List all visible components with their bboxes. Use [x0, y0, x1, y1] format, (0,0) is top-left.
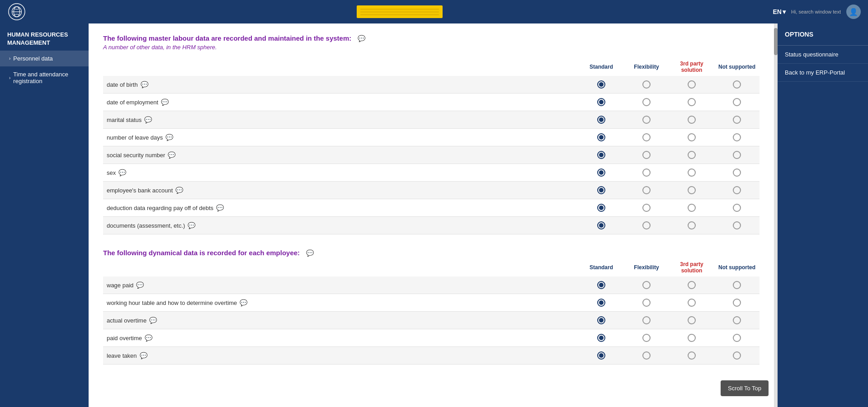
- radio-not_supported[interactable]: [733, 299, 741, 307]
- comment-icon[interactable]: 💬: [188, 222, 195, 229]
- radio-cell-not_supported[interactable]: [714, 164, 760, 182]
- radio-cell-not_supported[interactable]: [714, 129, 760, 146]
- radio-cell-flexibility[interactable]: [624, 111, 669, 129]
- comment-icon[interactable]: 💬: [168, 151, 175, 159]
- radio-cell-flexibility[interactable]: [624, 276, 669, 294]
- comment-icon[interactable]: 💬: [145, 334, 152, 342]
- language-selector[interactable]: EN ▾: [773, 8, 786, 15]
- radio-third_party[interactable]: [688, 334, 696, 342]
- radio-standard[interactable]: [597, 351, 605, 360]
- dynamic-title-comment-icon[interactable]: 💬: [306, 249, 314, 257]
- scroll-to-top-button[interactable]: Scroll To Top: [721, 380, 769, 396]
- comment-icon[interactable]: 💬: [140, 352, 147, 359]
- comment-icon[interactable]: 💬: [161, 98, 169, 106]
- radio-cell-third_party[interactable]: [669, 94, 714, 111]
- radio-cell-flexibility[interactable]: [624, 329, 669, 347]
- radio-cell-standard[interactable]: [579, 312, 624, 329]
- radio-cell-not_supported[interactable]: [714, 111, 760, 129]
- radio-standard[interactable]: [597, 116, 605, 124]
- radio-flexibility[interactable]: [642, 316, 651, 324]
- radio-not_supported[interactable]: [733, 133, 741, 141]
- radio-cell-third_party[interactable]: [669, 329, 714, 347]
- option-back-to-portal[interactable]: Back to my ERP-Portal: [778, 64, 868, 82]
- radio-cell-third_party[interactable]: [669, 129, 714, 146]
- radio-cell-flexibility[interactable]: [624, 217, 669, 234]
- radio-cell-standard[interactable]: [579, 199, 624, 217]
- radio-cell-standard[interactable]: [579, 111, 624, 129]
- radio-cell-flexibility[interactable]: [624, 294, 669, 312]
- radio-third_party[interactable]: [688, 316, 696, 324]
- radio-cell-not_supported[interactable]: [714, 146, 760, 164]
- radio-standard[interactable]: [597, 151, 605, 159]
- radio-cell-flexibility[interactable]: [624, 312, 669, 329]
- radio-third_party[interactable]: [688, 299, 696, 307]
- radio-not_supported[interactable]: [733, 351, 741, 360]
- user-avatar[interactable]: 👤: [846, 5, 861, 19]
- radio-cell-standard[interactable]: [579, 294, 624, 312]
- radio-not_supported[interactable]: [733, 316, 741, 324]
- radio-cell-standard[interactable]: [579, 182, 624, 199]
- radio-third_party[interactable]: [688, 98, 696, 106]
- radio-standard[interactable]: [597, 204, 605, 212]
- radio-not_supported[interactable]: [733, 204, 741, 212]
- radio-cell-third_party[interactable]: [669, 347, 714, 365]
- radio-cell-flexibility[interactable]: [624, 182, 669, 199]
- comment-icon[interactable]: 💬: [165, 134, 173, 141]
- radio-third_party[interactable]: [688, 204, 696, 212]
- radio-flexibility[interactable]: [642, 281, 651, 289]
- sidebar-item-personnel-data[interactable]: › Personnel data: [0, 51, 89, 66]
- radio-cell-not_supported[interactable]: [714, 94, 760, 111]
- radio-cell-not_supported[interactable]: [714, 329, 760, 347]
- radio-third_party[interactable]: [688, 351, 696, 360]
- radio-cell-third_party[interactable]: [669, 111, 714, 129]
- radio-standard[interactable]: [597, 133, 605, 141]
- radio-cell-flexibility[interactable]: [624, 164, 669, 182]
- master-title-comment-icon[interactable]: 💬: [358, 35, 365, 42]
- radio-not_supported[interactable]: [733, 80, 741, 89]
- radio-standard[interactable]: [597, 168, 605, 177]
- radio-not_supported[interactable]: [733, 151, 741, 159]
- sidebar-item-time-attendance[interactable]: › Time and attendance registration: [0, 66, 89, 89]
- comment-icon[interactable]: 💬: [216, 204, 224, 211]
- radio-cell-standard[interactable]: [579, 129, 624, 146]
- radio-flexibility[interactable]: [642, 98, 651, 106]
- radio-not_supported[interactable]: [733, 221, 741, 229]
- radio-third_party[interactable]: [688, 186, 696, 194]
- radio-third_party[interactable]: [688, 221, 696, 229]
- scroll-thumb[interactable]: [774, 28, 778, 55]
- radio-standard[interactable]: [597, 316, 605, 324]
- radio-not_supported[interactable]: [733, 168, 741, 177]
- radio-flexibility[interactable]: [642, 351, 651, 360]
- radio-standard[interactable]: [597, 281, 605, 289]
- radio-cell-standard[interactable]: [579, 329, 624, 347]
- comment-icon[interactable]: 💬: [175, 187, 183, 194]
- radio-cell-not_supported[interactable]: [714, 217, 760, 234]
- radio-not_supported[interactable]: [733, 334, 741, 342]
- radio-cell-not_supported[interactable]: [714, 76, 760, 94]
- radio-flexibility[interactable]: [642, 186, 651, 194]
- radio-third_party[interactable]: [688, 133, 696, 141]
- comment-icon[interactable]: 💬: [240, 299, 247, 306]
- radio-cell-standard[interactable]: [579, 347, 624, 365]
- radio-cell-standard[interactable]: [579, 217, 624, 234]
- comment-icon[interactable]: 💬: [118, 169, 126, 176]
- radio-cell-standard[interactable]: [579, 146, 624, 164]
- radio-third_party[interactable]: [688, 80, 696, 89]
- radio-standard[interactable]: [597, 299, 605, 307]
- radio-cell-not_supported[interactable]: [714, 199, 760, 217]
- search-bar[interactable]: [357, 5, 443, 18]
- lang-dropdown-icon[interactable]: ▾: [783, 8, 786, 15]
- radio-cell-standard[interactable]: [579, 76, 624, 94]
- radio-cell-flexibility[interactable]: [624, 129, 669, 146]
- comment-icon[interactable]: 💬: [141, 81, 148, 88]
- radio-third_party[interactable]: [688, 281, 696, 289]
- radio-cell-not_supported[interactable]: [714, 347, 760, 365]
- radio-flexibility[interactable]: [642, 334, 651, 342]
- radio-cell-third_party[interactable]: [669, 294, 714, 312]
- radio-cell-not_supported[interactable]: [714, 182, 760, 199]
- radio-cell-flexibility[interactable]: [624, 94, 669, 111]
- radio-cell-not_supported[interactable]: [714, 312, 760, 329]
- radio-not_supported[interactable]: [733, 116, 741, 124]
- radio-standard[interactable]: [597, 98, 605, 106]
- radio-standard[interactable]: [597, 221, 605, 229]
